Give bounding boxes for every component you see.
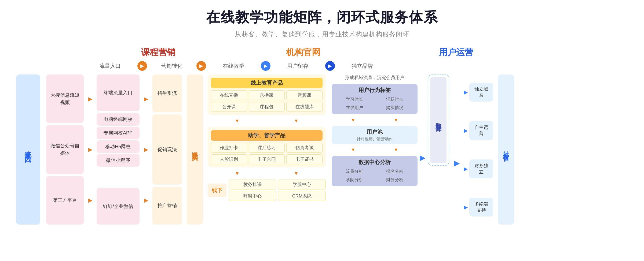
cat-user: 用户运营 [376,47,537,58]
assist-item-2: 仿真考试 [286,143,323,153]
flow-traffic: 流量入口 [86,62,134,70]
ub-item-0: 学习时长 [335,96,374,103]
offline-item-3: CRM系统 [278,191,326,201]
online-edu-section: 线上教育产品 在线直播 录播课 音频课 公开课 课程包 在线题库 [208,74,326,115]
promo-promote: 促销玩法 [152,114,182,185]
arrow-2: ▶ [196,61,206,71]
edu-item-5: 在线题库 [286,102,323,112]
down-arrow-4: ▼ [294,171,299,176]
down-arrow-1: ▼ [235,118,240,124]
flow-convert: 营销转化 [150,62,193,70]
flow-retain: 用户留存 [274,62,322,70]
page-title: 在线教学功能矩阵，闭环式服务体系 [16,8,628,27]
offline-row: 线下 教务排课 学服中心 呼叫中心 CRM系统 [208,180,326,201]
page-subtitle: 从获客、教学、复购到学服，用专业技术构建机构服务闭环 [16,30,628,39]
arr-m3: ▶ [142,176,150,225]
assist-item-5: 电子证书 [286,154,323,164]
ub-item-3: 购买情况 [375,104,414,111]
assist-item-0: 作业打卡 [211,143,247,153]
course-buy-box: 课程购买 [187,74,203,225]
arr-s3: ▶ [86,176,94,225]
channel-app: 专属网校APP [97,127,140,139]
ub-title: 用户行为标签 [335,87,414,94]
dc-item-2: 学院分析 [335,176,374,184]
promo-recruit: 招生引流 [152,74,182,112]
offline-item-1: 学服中心 [278,180,326,189]
arrow-1: ▶ [137,61,147,71]
ub-item-2: 在线用户 [335,104,374,111]
assist-section: 助学、督学产品 作业打卡 课后练习 仿真考试 人脸识别 电子合同 电子证书 [208,127,326,167]
arr-s1: ▶ [86,74,94,123]
assist-item-4: 电子合同 [249,154,285,164]
page-container: 在线教学功能矩阵，闭环式服务体系 从获客、教学、复购到学服，用专业技术构建机构服… [0,0,644,261]
cat-website: 机构官网 [231,47,376,58]
dc-item-0: 流量分析 [335,168,374,175]
dc-item-1: 报名分析 [375,168,414,175]
data-center-box: 数据中心分析 流量分析 报名分析 学院分析 财务分析 [332,156,418,186]
assist-item-1: 课后练习 [249,143,285,153]
up-title: 用户池 [335,128,414,136]
ub-arrow-1: ▼ [351,117,356,123]
edu-item-4: 课程包 [249,102,285,112]
channel-h5: 移动H5网校 [97,140,140,153]
arrow-to-private: ▶ [420,153,426,162]
ub-arrow-2: ▼ [394,117,398,123]
channel-pc: 电脑终端网校 [97,113,140,126]
arr-s2: ▶ [86,125,94,174]
brand-item-0: 独立域名 [469,83,493,102]
social-value: 社会价值 [498,74,514,225]
traffic-source-2: 第三方平台 [46,176,84,225]
offline-label: 线下 [208,184,226,197]
arrow-4: ▶ [325,61,335,71]
brand-arr-3: ▶ [464,204,468,210]
brand-item-1: 自主运营 [469,121,493,140]
down-arrow-3: ▼ [235,171,240,176]
arr-m2: ▶ [142,125,150,174]
arrow-3: ▶ [261,61,270,71]
brand-arr-0: ▶ [464,89,468,95]
private-domain: 私域矩阵 [430,77,447,163]
offline-item-0: 教务排课 [229,180,276,189]
dc-item-3: 财务分析 [375,176,414,184]
brand-item-3: 多终端支持 [469,198,493,217]
brand-arr-1: ▶ [464,127,468,134]
left-sidebar: 流量入口 [16,74,40,225]
private-note: 形成私域流量，沉淀会员用户 [332,74,418,81]
offline-item-2: 呼叫中心 [229,191,276,201]
pool-arrow-1: ▼ [351,147,356,153]
flow-brand: 独立品牌 [338,62,386,70]
ub-item-1: 活跃时长 [375,96,414,103]
arr-m1: ▶ [142,74,150,123]
online-edu-title: 线上教育产品 [211,78,323,88]
channel-mini: 微信小程序 [97,154,140,167]
user-pool-box: 用户池 针对性用户运营动作 [332,126,418,144]
pool-arrow-2: ▼ [394,147,398,153]
dc-title: 数据中心分析 [335,159,414,166]
assist-item-3: 人脸识别 [211,154,247,164]
down-arrow-2: ▼ [294,118,299,124]
flow-online: 在线教学 [209,62,258,70]
edu-item-2: 音频课 [286,90,323,100]
edu-item-0: 在线直播 [211,90,247,100]
brand-item-2: 财务独立 [469,159,493,178]
page-header: 在线教学功能矩阵，闭环式服务体系 从获客、教学、复购到学服，用专业技术构建机构服… [16,8,628,39]
cat-marketing: 课程营销 [86,47,231,58]
traffic-source-0: 大搜信息流短视频 [46,74,84,123]
user-behavior-box: 用户行为标签 学习时长 活跃时长 在线用户 购买情况 [332,84,418,114]
edu-item-3: 公开课 [211,102,247,112]
up-subtitle: 针对性用户运营动作 [335,137,414,142]
edu-item-1: 录播课 [249,90,285,100]
brand-arr-2: ▶ [464,166,468,172]
channel-terminal: 终端流量入口 [97,74,140,111]
channel-dingding: 钉钉/企业微信 [97,188,140,225]
traffic-source-1: 微信公众号自媒体 [46,125,84,174]
promo-marketing: 推广营销 [152,187,182,225]
arrow-to-brand: ▶ [454,159,460,167]
dashed-box: 私域矩阵 [428,74,449,166]
assist-title: 助学、督学产品 [211,130,323,141]
